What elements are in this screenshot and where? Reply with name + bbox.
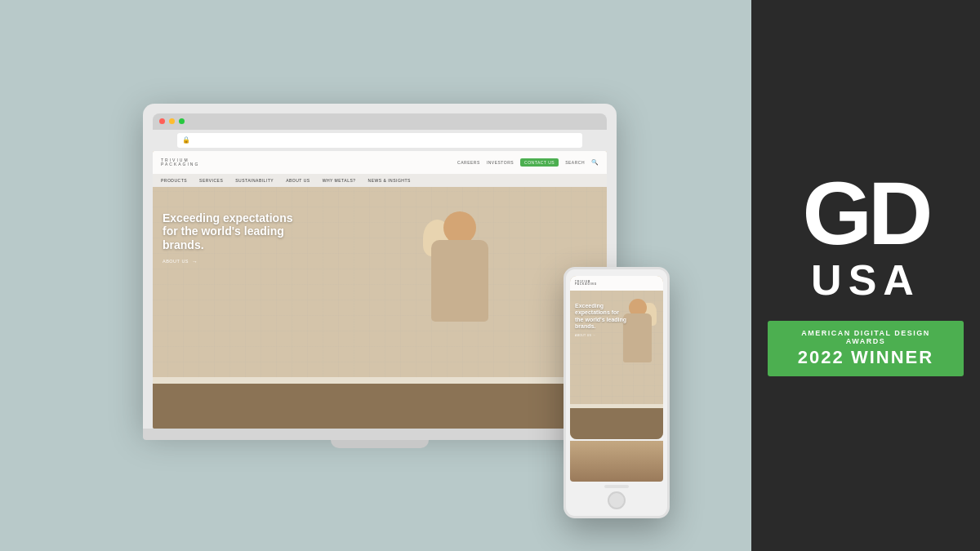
phone-site-logo: TRIVIUM PACKAGING: [575, 281, 597, 286]
hero-text-block: Exceeding expectations for the world's l…: [163, 211, 293, 264]
hero-headline: Exceeding expectations for the world's l…: [163, 211, 293, 252]
window-dot-green: [179, 118, 185, 124]
hero-cta[interactable]: ABOUT US →: [163, 259, 293, 264]
award-year: 2022 WINNER: [781, 347, 951, 368]
phone-nav: TRIVIUM PACKAGING: [570, 276, 663, 291]
hero-cta-label: ABOUT US: [163, 259, 189, 264]
award-badge: AMERICAN DIGITAL DESIGN AWARDS 2022 WINN…: [768, 321, 964, 376]
phone-counter-top: [570, 404, 663, 408]
left-section: 🔒 TRIVIUM PACKAGING Careers Investors Co…: [0, 0, 751, 551]
nav-careers[interactable]: Careers: [457, 160, 480, 165]
nav-about[interactable]: ABOUT US: [286, 178, 310, 183]
phone-body: TRIVIUM PACKAGING Exceeding expectations…: [564, 267, 670, 518]
secondary-nav: PRODUCTS SERVICES SUSTAINABILITY ABOUT U…: [153, 174, 607, 187]
nav-news[interactable]: NEWS & INSIGHTS: [368, 178, 411, 183]
top-nav-links: Careers Investors Contact us Search 🔍: [457, 158, 599, 167]
laptop-addressbar: 🔒: [177, 133, 582, 148]
right-section: GD USA AMERICAN DIGITAL DESIGN AWARDS 20…: [751, 0, 980, 551]
person-body: [431, 240, 488, 322]
nav-services[interactable]: SERVICES: [199, 178, 223, 183]
laptop-base: [143, 429, 617, 440]
search-icon[interactable]: 🔍: [591, 159, 599, 166]
nav-contact[interactable]: Contact us: [520, 158, 559, 167]
usa-text: USA: [803, 256, 929, 304]
phone-notch: [604, 485, 629, 488]
phone-cta[interactable]: ABOUT US →: [575, 334, 628, 337]
laptop-body: 🔒 TRIVIUM PACKAGING Careers Investors Co…: [143, 104, 617, 429]
nav-investors[interactable]: Investors: [487, 160, 514, 165]
phone-home-button[interactable]: [608, 491, 626, 509]
lock-icon: 🔒: [182, 136, 190, 144]
phone-screen: TRIVIUM PACKAGING Exceeding expectations…: [570, 276, 663, 439]
site-logo: TRIVIUM PACKAGING: [161, 158, 199, 167]
website-nav: TRIVIUM PACKAGING Careers Investors Cont…: [153, 151, 607, 174]
phone-hero-text: Exceeding expectations for the world's l…: [575, 303, 628, 337]
phone-cta-label: ABOUT US →: [575, 334, 595, 337]
laptop-screen: TRIVIUM PACKAGING Careers Investors Cont…: [153, 151, 607, 429]
gd-usa-logo: GD USA: [803, 175, 929, 304]
laptop-mockup: 🔒 TRIVIUM PACKAGING Careers Investors Co…: [143, 104, 617, 448]
phone-mockup: TRIVIUM PACKAGING Exceeding expectations…: [564, 267, 670, 518]
window-dot-yellow: [169, 118, 175, 124]
nav-why-metals[interactable]: WHY METALS?: [323, 178, 356, 183]
phone-counter: [570, 407, 663, 439]
phone-hero-headline: Exceeding expectations for the world's l…: [575, 303, 628, 331]
phone-strip-figure: [570, 441, 663, 482]
person-head: [443, 211, 476, 244]
phone-bottom-strip: [570, 441, 663, 482]
window-dot-red: [159, 118, 165, 124]
award-title: AMERICAN DIGITAL DESIGN AWARDS: [781, 329, 951, 345]
hero-cta-arrow-icon: →: [192, 259, 198, 264]
nav-sustainability[interactable]: SUSTAINABILITY: [235, 178, 274, 183]
nav-search[interactable]: Search: [565, 160, 585, 165]
nav-products[interactable]: PRODUCTS: [161, 178, 187, 183]
laptop-stand: [331, 440, 429, 448]
laptop-titlebar: [153, 113, 607, 130]
phone-hero: Exceeding expectations for the world's l…: [570, 291, 663, 439]
gd-letters: GD: [803, 175, 929, 251]
hero-figure: [378, 195, 558, 429]
website-hero: Exceeding expectations for the world's l…: [153, 187, 607, 429]
